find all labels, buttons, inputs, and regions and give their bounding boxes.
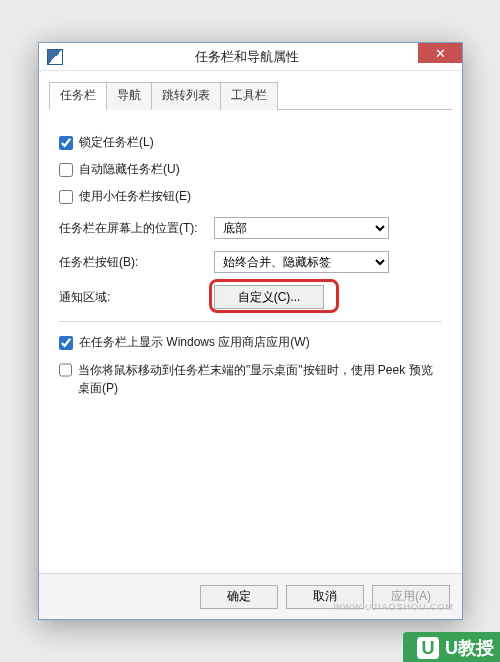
window-icon	[47, 49, 63, 65]
notify-label: 通知区域:	[59, 289, 214, 306]
position-select[interactable]: 底部	[214, 217, 389, 239]
customize-button[interactable]: 自定义(C)...	[214, 285, 324, 309]
buttons-label: 任务栏按钮(B):	[59, 254, 214, 271]
window-title: 任务栏和导航属性	[71, 48, 422, 66]
autohide-label: 自动隐藏任务栏(U)	[79, 161, 180, 178]
close-button[interactable]: ✕	[418, 43, 462, 63]
watermark-url: WWW.UJIAOSHOU.COM	[334, 602, 455, 612]
brand-icon: U	[417, 637, 439, 659]
peek-checkbox[interactable]	[59, 363, 72, 377]
brand-badge: U U教授	[403, 632, 500, 662]
lock-taskbar-checkbox[interactable]	[59, 136, 73, 150]
tab-jumplist[interactable]: 跳转列表	[151, 82, 221, 110]
brand-text: U教授	[445, 636, 494, 660]
properties-window: 任务栏和导航属性 ✕ 任务栏 导航 跳转列表 工具栏 锁定任务栏(L) 自动隐藏…	[38, 42, 463, 620]
position-label: 任务栏在屏幕上的位置(T):	[59, 220, 214, 237]
tab-navigation[interactable]: 导航	[106, 82, 152, 110]
button-bar: 确定 取消 应用(A)	[39, 573, 462, 619]
peek-label: 当你将鼠标移动到任务栏末端的"显示桌面"按钮时，使用 Peek 预览桌面(P)	[78, 361, 442, 397]
lock-taskbar-label: 锁定任务栏(L)	[79, 134, 154, 151]
store-apps-checkbox[interactable]	[59, 336, 73, 350]
store-apps-label: 在任务栏上显示 Windows 应用商店应用(W)	[79, 334, 310, 351]
tab-taskbar[interactable]: 任务栏	[49, 82, 107, 110]
taskbar-panel: 锁定任务栏(L) 自动隐藏任务栏(U) 使用小任务栏按钮(E) 任务栏在屏幕上的…	[39, 110, 462, 604]
tab-strip: 任务栏 导航 跳转列表 工具栏	[49, 81, 452, 110]
buttons-select[interactable]: 始终合并、隐藏标签	[214, 251, 389, 273]
small-buttons-label: 使用小任务栏按钮(E)	[79, 188, 191, 205]
ok-button[interactable]: 确定	[200, 585, 278, 609]
titlebar: 任务栏和导航属性 ✕	[39, 43, 462, 71]
small-buttons-checkbox[interactable]	[59, 190, 73, 204]
tab-toolbars[interactable]: 工具栏	[220, 82, 278, 110]
divider	[59, 321, 442, 322]
autohide-checkbox[interactable]	[59, 163, 73, 177]
